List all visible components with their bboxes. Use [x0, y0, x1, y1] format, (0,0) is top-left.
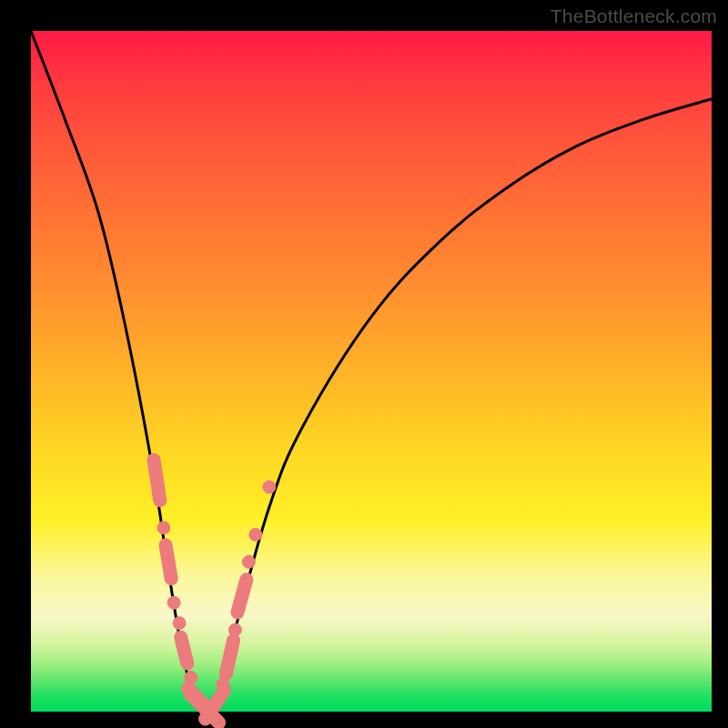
curve-marker-capsule: [238, 580, 247, 612]
curve-marker-dot: [249, 529, 262, 541]
curve-marker-dot: [228, 623, 241, 636]
curve-marker-dot: [157, 521, 170, 534]
curve-marker-capsule: [226, 641, 233, 674]
curve-marker-capsule: [181, 637, 187, 663]
curve-marker-dot: [167, 596, 180, 609]
bottleneck-curve-svg: [31, 31, 712, 712]
curve-marker-dot: [263, 480, 276, 493]
chart-frame: TheBottleneck.com: [0, 0, 728, 728]
bottleneck-curve-path: [31, 31, 712, 712]
curve-marker-dot: [242, 555, 255, 568]
curve-marker-capsule: [154, 460, 160, 500]
watermark-text: TheBottleneck.com: [551, 5, 717, 27]
curve-marker-capsule: [166, 545, 171, 579]
curve-marker-capsule: [206, 691, 225, 719]
curve-marker-dot: [173, 617, 186, 630]
